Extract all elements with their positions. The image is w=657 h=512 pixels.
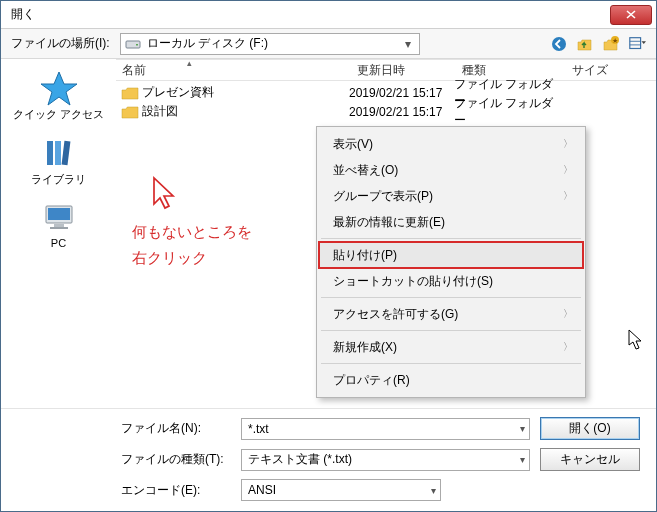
- chevron-right-icon: 〉: [563, 340, 573, 354]
- chevron-down-icon: ▾: [401, 37, 415, 51]
- column-date[interactable]: 更新日時: [351, 62, 456, 79]
- menu-item-label: 新規作成(X): [333, 339, 397, 356]
- filetype-label: ファイルの種類(T):: [121, 451, 231, 468]
- titlebar: 開く: [1, 1, 656, 29]
- menu-separator: [321, 330, 581, 331]
- back-icon[interactable]: [550, 35, 568, 53]
- menu-item[interactable]: アクセスを許可する(G)〉: [319, 301, 583, 327]
- file-list[interactable]: 名前 更新日時 種類 サイズ プレゼン資料2019/02/21 15:17ファイ…: [116, 59, 656, 408]
- close-button[interactable]: [610, 5, 652, 25]
- column-size[interactable]: サイズ: [566, 62, 616, 79]
- chevron-right-icon: 〉: [563, 189, 573, 203]
- filename-input[interactable]: *.txt ▾: [241, 418, 530, 440]
- places-sidebar: クイック アクセス ライブラリ PC: [1, 59, 116, 408]
- menu-item-label: プロパティ(R): [333, 372, 410, 389]
- column-headers[interactable]: 名前 更新日時 種類 サイズ: [116, 59, 656, 81]
- menu-item[interactable]: グループで表示(P)〉: [319, 183, 583, 209]
- up-level-icon[interactable]: [576, 35, 594, 53]
- annotation-cursor-icon: [146, 174, 186, 214]
- menu-item-label: グループで表示(P): [333, 188, 433, 205]
- column-name[interactable]: 名前: [116, 62, 351, 79]
- menu-item-label: アクセスを許可する(G): [333, 306, 458, 323]
- cell-date: 2019/02/21 15:17: [349, 105, 454, 119]
- menu-item[interactable]: 新規作成(X)〉: [319, 334, 583, 360]
- svg-rect-9: [47, 141, 53, 165]
- filename-value: *.txt: [248, 422, 269, 436]
- list-item[interactable]: プレゼン資料2019/02/21 15:17ファイル フォルダー: [116, 83, 656, 102]
- cell-name: プレゼン資料: [142, 84, 349, 101]
- chevron-right-icon: 〉: [563, 137, 573, 151]
- menu-separator: [321, 363, 581, 364]
- menu-item[interactable]: プロパティ(R): [319, 367, 583, 393]
- encoding-select[interactable]: ANSI ▾: [241, 479, 441, 501]
- encoding-value: ANSI: [248, 483, 276, 497]
- chevron-down-icon: ▾: [520, 454, 525, 465]
- svg-rect-13: [48, 208, 70, 220]
- svg-rect-5: [630, 38, 641, 49]
- svg-rect-14: [54, 224, 64, 227]
- svg-rect-10: [55, 141, 61, 165]
- drive-icon: [125, 38, 141, 50]
- menu-item-label: 表示(V): [333, 136, 373, 153]
- cell-name: 設計図: [142, 103, 349, 120]
- svg-point-2: [552, 37, 566, 51]
- cell-date: 2019/02/21 15:17: [349, 86, 454, 100]
- sidebar-item-pc[interactable]: PC: [39, 199, 79, 249]
- location-combo[interactable]: ローカル ディスク (F:) ▾: [120, 33, 420, 55]
- context-menu[interactable]: 表示(V)〉並べ替え(O)〉グループで表示(P)〉最新の情報に更新(E)貼り付け…: [316, 126, 586, 398]
- cell-type: ファイル フォルダー: [454, 95, 564, 129]
- library-icon: [39, 133, 79, 173]
- menu-separator: [321, 297, 581, 298]
- chevron-down-icon: ▾: [431, 485, 436, 496]
- view-menu-icon[interactable]: [628, 35, 646, 53]
- menu-item-label: 最新の情報に更新(E): [333, 214, 445, 231]
- svg-rect-1: [136, 44, 138, 46]
- menu-item[interactable]: 並べ替え(O)〉: [319, 157, 583, 183]
- close-icon: [624, 9, 638, 20]
- menu-separator: [321, 238, 581, 239]
- annotation-text: 何もないところを 右クリック: [132, 219, 252, 270]
- encoding-label: エンコード(E):: [121, 482, 231, 499]
- filename-label: ファイル名(N):: [121, 420, 231, 437]
- menu-item[interactable]: 最新の情報に更新(E): [319, 209, 583, 235]
- svg-text:★: ★: [612, 36, 618, 43]
- sidebar-item-quick-access[interactable]: クイック アクセス: [13, 69, 104, 122]
- open-dialog: 開く ファイルの場所(I): ローカル ディスク (F:) ▾ ★ クイック ア…: [0, 0, 657, 512]
- folder-icon: [121, 104, 139, 120]
- filetype-value: テキスト文書 (*.txt): [248, 451, 352, 468]
- menu-item-label: 並べ替え(O): [333, 162, 398, 179]
- new-folder-icon[interactable]: ★: [602, 35, 620, 53]
- open-button[interactable]: 開く(O): [540, 417, 640, 440]
- chevron-right-icon: 〉: [563, 307, 573, 321]
- folder-icon: [121, 85, 139, 101]
- star-icon: [39, 68, 79, 108]
- chevron-down-icon: ▾: [520, 423, 525, 434]
- menu-item[interactable]: 貼り付け(P): [319, 242, 583, 268]
- chevron-right-icon: 〉: [563, 163, 573, 177]
- cancel-button[interactable]: キャンセル: [540, 448, 640, 471]
- menu-item-label: 貼り付け(P): [333, 247, 397, 264]
- list-item[interactable]: 設計図2019/02/21 15:17ファイル フォルダー: [116, 102, 656, 121]
- location-bar: ファイルの場所(I): ローカル ディスク (F:) ▾ ★: [1, 29, 656, 59]
- filetype-select[interactable]: テキスト文書 (*.txt) ▾: [241, 449, 530, 471]
- sidebar-item-label: クイック アクセス: [13, 107, 104, 122]
- location-value: ローカル ディスク (F:): [147, 35, 401, 52]
- sidebar-item-label: PC: [51, 237, 66, 249]
- location-label: ファイルの場所(I):: [11, 35, 110, 52]
- svg-marker-8: [41, 72, 77, 105]
- menu-item[interactable]: 表示(V)〉: [319, 131, 583, 157]
- bottom-panel: ファイル名(N): *.txt ▾ 開く(O) ファイルの種類(T): テキスト…: [1, 408, 656, 511]
- cursor-icon: [627, 329, 645, 351]
- sidebar-item-library[interactable]: ライブラリ: [31, 134, 86, 187]
- pc-icon: [39, 198, 79, 238]
- svg-rect-11: [61, 141, 70, 166]
- svg-rect-15: [50, 227, 68, 229]
- menu-item-label: ショートカットの貼り付け(S): [333, 273, 493, 290]
- sidebar-item-label: ライブラリ: [31, 172, 86, 187]
- menu-item[interactable]: ショートカットの貼り付け(S): [319, 268, 583, 294]
- window-title: 開く: [11, 6, 35, 23]
